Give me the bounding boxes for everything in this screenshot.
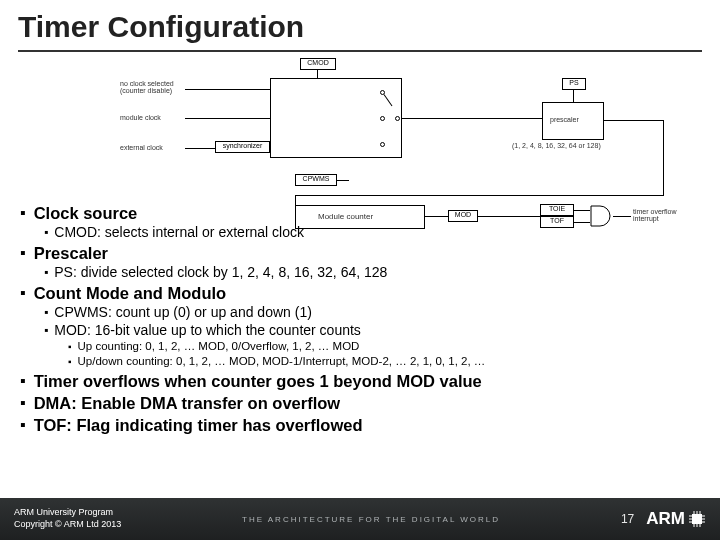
page-number: 17 [621,512,634,526]
bullet-icon: ▪ [68,339,72,354]
diagram-node [380,142,385,147]
title-underline [18,50,702,52]
diagram-ps-box: PS [562,78,586,90]
diagram-label-prescaler-opts: (1, 2, 4, 8, 16, 32, 64 or 128) [512,142,601,149]
bullet-icon: ▪ [44,303,48,321]
list-item: ▪Up counting: 0, 1, 2, … MOD, 0/Overflow… [68,339,700,354]
bullet-icon: ▪ [20,415,26,435]
list-item: ▪Clock source ▪CMOD: selects internal or… [20,203,700,241]
bullet-list: ▪Clock source ▪CMOD: selects internal or… [20,203,700,435]
list-item: ▪Prescaler ▪PS: divide selected clock by… [20,243,700,281]
diagram-line [663,120,664,195]
bullet-icon: ▪ [20,203,26,223]
diagram-node [380,116,385,121]
list-item: ▪CPWMS: count up (0) or up and down (1) [44,303,700,321]
bullet-text: Count Mode and Modulo [34,283,226,303]
diagram-line [604,120,664,121]
diagram-line [185,148,215,149]
bullet-text: PS: divide selected clock by 1, 2, 4, 8,… [54,263,387,281]
footer-tagline: THE ARCHITECTURE FOR THE DIGITAL WORLD [121,515,621,524]
bullet-content: ▪Clock source ▪CMOD: selects internal or… [0,203,720,435]
bullet-text: MOD: 16-bit value up to which the counte… [54,321,361,339]
footer-copyright: ARM University Program Copyright © ARM L… [14,507,121,530]
bullet-icon: ▪ [68,354,72,369]
diagram-line [295,195,664,196]
list-item: ▪DMA: Enable DMA transfer on overflow [20,393,700,413]
slide-title: Timer Configuration [0,0,720,50]
diagram-label-externalclock: external clock [120,144,163,151]
slide-footer: ARM University Program Copyright © ARM L… [0,498,720,540]
diagram-line [185,89,270,90]
bullet-text: TOF: Flag indicating timer has overflowe… [34,415,363,435]
arm-logo-text: ARM [646,509,685,529]
footer-program: ARM University Program [14,507,121,519]
list-item: ▪TOF: Flag indicating timer has overflow… [20,415,700,435]
bullet-icon: ▪ [44,223,48,241]
bullet-text: Prescaler [34,243,108,263]
bullet-text: Timer overflows when counter goes 1 beyo… [34,371,482,391]
list-item: ▪MOD: 16-bit value up to which the count… [44,321,700,369]
diagram-cmod-box: CMOD [300,58,336,70]
footer-copyright-text: Copyright © ARM Ltd 2013 [14,519,121,531]
list-item: ▪Up/down counting: 0, 1, 2, … MOD, MOD-1… [68,354,700,369]
list-item: ▪CMOD: selects internal or external cloc… [44,223,700,241]
bullet-icon: ▪ [44,263,48,281]
diagram-synchronizer-box: synchronizer [215,141,270,153]
diagram-line [573,90,574,102]
bullet-text: CPWMS: count up (0) or up and down (1) [54,303,312,321]
diagram-line [317,70,318,78]
bullet-text: CMOD: selects internal or external clock [54,223,304,241]
bullet-icon: ▪ [44,321,48,339]
diagram-label-prescaler: prescaler [550,116,579,123]
bullet-text: Clock source [34,203,138,223]
diagram-label-moduleclock: module clock [120,114,161,121]
arm-logo: ARM [646,509,706,529]
diagram-cpwms-box: CPWMS [295,174,337,186]
svg-rect-0 [692,514,702,524]
bullet-icon: ▪ [20,393,26,413]
arm-chip-icon [688,510,706,528]
list-item: ▪Timer overflows when counter goes 1 bey… [20,371,700,391]
diagram-line [185,118,270,119]
bullet-icon: ▪ [20,283,26,303]
diagram-node [395,116,400,121]
list-item: ▪PS: divide selected clock by 1, 2, 4, 8… [44,263,700,281]
bullet-text: Up counting: 0, 1, 2, … MOD, 0/Overflow,… [78,339,360,354]
diagram-label-noclock: no clock selected (counter disable) [120,80,174,94]
bullet-icon: ▪ [20,243,26,263]
bullet-text: Up/down counting: 0, 1, 2, … MOD, MOD-1/… [78,354,486,369]
diagram-line [402,118,542,119]
list-item: ▪Count Mode and Modulo ▪CPWMS: count up … [20,283,700,369]
diagram-line [337,180,349,181]
bullet-icon: ▪ [20,371,26,391]
bullet-text: DMA: Enable DMA transfer on overflow [34,393,341,413]
